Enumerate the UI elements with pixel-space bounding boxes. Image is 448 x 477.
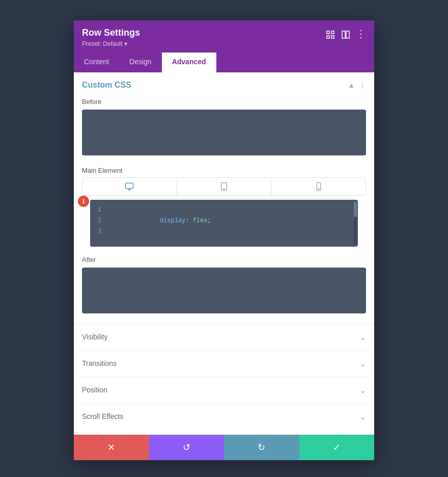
undo-icon: ↺	[183, 442, 190, 453]
custom-css-title: Custom CSS	[82, 81, 131, 90]
redo-button[interactable]: ↻	[224, 435, 299, 460]
line-numbers: 1 2 3	[90, 200, 104, 247]
fullscreen-icon[interactable]	[325, 30, 335, 40]
accordion-position-header[interactable]: Position ⌄	[74, 377, 374, 403]
code-editor[interactable]: 1 2 3 display: flex; justify-content: ce…	[90, 200, 358, 247]
section-header-icons: ▲ ⋮	[348, 81, 366, 89]
code-editor-wrapper: 1 1 2 3 display: flex; justify-content: …	[82, 200, 366, 247]
accordion-visibility-label: Visibility	[82, 333, 107, 341]
svg-point-12	[318, 188, 319, 189]
save-icon: ✓	[333, 442, 341, 453]
accordion-visibility: Visibility ⌄	[74, 324, 374, 350]
accordion-visibility-header[interactable]: Visibility ⌄	[74, 324, 374, 350]
panel-title-group: Row Settings Preset: Default ▾	[82, 28, 140, 47]
svg-rect-5	[346, 31, 349, 38]
device-tab-tablet[interactable]	[177, 178, 272, 195]
chevron-down-icon-position: ⌄	[359, 385, 366, 395]
cancel-button[interactable]: ✕	[74, 435, 149, 460]
chevron-down-icon-scroll: ⌄	[359, 412, 366, 421]
accordion-transitions-header[interactable]: Transitions ⌄	[74, 351, 374, 377]
accordion-position-label: Position	[82, 386, 107, 394]
device-tabs	[82, 177, 366, 196]
before-css-input[interactable]	[82, 110, 366, 155]
columns-icon[interactable]	[341, 30, 351, 40]
code-line-1: display: flex;	[108, 205, 354, 238]
svg-rect-4	[342, 31, 345, 38]
panel-header: Row Settings Preset: Default ▾ ⋮	[74, 20, 374, 52]
save-button[interactable]: ✓	[299, 435, 375, 460]
accordion-scroll-label: Scroll Effects	[82, 412, 123, 420]
before-label: Before	[74, 95, 374, 108]
cancel-icon: ✕	[107, 442, 115, 453]
more-options-icon[interactable]: ⋮	[356, 30, 366, 40]
tab-design[interactable]: Design	[119, 52, 162, 72]
accordion-scroll-effects: Scroll Effects ⌄	[74, 403, 374, 430]
scrollbar-track	[354, 202, 357, 245]
section-more-icon[interactable]: ⋮	[359, 81, 366, 89]
row-settings-panel: Row Settings Preset: Default ▾ ⋮	[74, 20, 374, 460]
svg-rect-2	[327, 36, 329, 38]
svg-rect-1	[331, 31, 334, 34]
header-icons: ⋮	[325, 30, 366, 40]
code-content[interactable]: display: flex; justify-content: center; …	[104, 200, 358, 247]
main-element-label: Main Element	[74, 163, 374, 177]
code-line-2: justify-content: center;	[108, 237, 354, 246]
collapse-icon[interactable]: ▲	[348, 81, 355, 89]
panel-content: Custom CSS ▲ ⋮ Before Main Element	[74, 72, 374, 435]
error-badge: 1	[78, 196, 89, 207]
svg-rect-6	[126, 183, 133, 189]
svg-point-10	[223, 188, 225, 189]
tab-bar: Content Design Advanced	[74, 52, 374, 72]
scrollbar-thumb	[354, 202, 357, 217]
after-label: After	[74, 253, 374, 266]
device-tab-desktop[interactable]	[82, 178, 177, 195]
footer-bar: ✕ ↺ ↻ ✓	[74, 435, 374, 460]
after-css-input[interactable]	[82, 268, 366, 313]
svg-rect-0	[327, 31, 329, 34]
panel-preset[interactable]: Preset: Default ▾	[82, 40, 140, 47]
redo-icon: ↻	[258, 442, 265, 453]
accordion-position: Position ⌄	[74, 377, 374, 403]
device-tab-mobile[interactable]	[271, 178, 366, 195]
panel-title: Row Settings	[82, 28, 140, 39]
accordion-transitions: Transitions ⌄	[74, 350, 374, 377]
tab-advanced[interactable]: Advanced	[162, 52, 216, 72]
tab-content[interactable]: Content	[74, 52, 119, 72]
accordion-transitions-label: Transitions	[82, 359, 117, 367]
svg-rect-3	[331, 36, 334, 38]
custom-css-section-header: Custom CSS ▲ ⋮	[74, 72, 374, 95]
chevron-down-icon-transitions: ⌄	[359, 359, 366, 368]
accordion-scroll-effects-header[interactable]: Scroll Effects ⌄	[74, 404, 374, 430]
chevron-down-icon: ⌄	[359, 332, 366, 342]
undo-button[interactable]: ↺	[149, 435, 225, 460]
